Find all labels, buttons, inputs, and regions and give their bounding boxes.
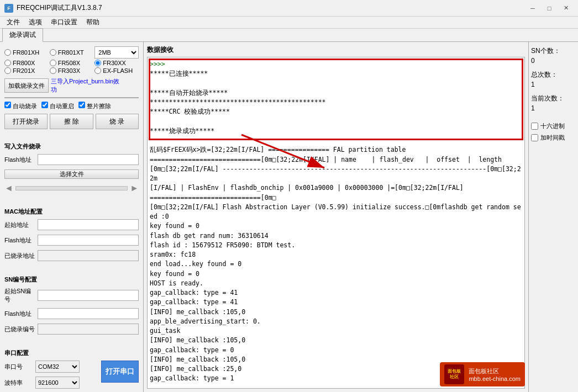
- burn-buttons: 打开烧录 擦 除 烧 录: [4, 114, 139, 129]
- radio-fr801xh[interactable]: [4, 49, 11, 56]
- terminal-line-21: HOST is ready.: [150, 279, 522, 288]
- terminal-line-15: key found = 0: [150, 221, 522, 231]
- total-label: 总次数：: [531, 70, 576, 80]
- display-options: 十六进制 加时间戳: [531, 122, 576, 142]
- open-burn-button[interactable]: 打开烧录: [4, 114, 48, 129]
- terminal-line-27: [INFO] me_callback :105,0: [150, 336, 522, 345]
- menu-serial[interactable]: 串口设置: [46, 17, 82, 28]
- mac-burned-label: 已烧录地址: [4, 252, 35, 260]
- menu-options[interactable]: 选项: [24, 17, 46, 28]
- hex-checkbox[interactable]: [531, 123, 538, 130]
- autoburn-checkbox[interactable]: [4, 102, 11, 108]
- terminal-area[interactable]: >>>> *****已连接***** *****自动开始烧录***** ****…: [147, 57, 525, 389]
- menu-bar: 文件 选项 串口设置 帮助: [0, 17, 578, 29]
- tab-burn-debug[interactable]: 烧录调试: [2, 28, 43, 42]
- window-controls: ─ □ ✕: [525, 3, 574, 14]
- data-recv-label: 数据接收: [147, 45, 525, 55]
- chip-fr303x: FR303X: [50, 67, 94, 74]
- terminal-line-28: gap_callback: type = 0: [150, 346, 522, 355]
- sn-count-label: SN个数：: [531, 46, 576, 56]
- chip-fr801xh: FR801XH: [4, 49, 49, 56]
- menu-file[interactable]: 文件: [2, 17, 24, 28]
- terminal-line-14: [0m□[32;22m[I/FAL] Flash Abstraction Lay…: [150, 203, 522, 222]
- chip-fr201x-label: FR201X: [13, 67, 35, 74]
- close-button[interactable]: ✕: [558, 3, 574, 14]
- terminal-line-23: gap_callback: type = 41: [150, 298, 522, 307]
- timestamp-checkbox[interactable]: [531, 134, 538, 141]
- radio-fr801xt[interactable]: [50, 49, 56, 56]
- title-bar-left: F FREQCHIP调试工具V1.3.8.7: [4, 3, 102, 13]
- select-file-button[interactable]: 选择文件: [4, 169, 139, 179]
- sn-start-row: 起始SN编号 123456789ABCDEF0: [4, 287, 139, 304]
- radio-fr201x[interactable]: [4, 67, 11, 74]
- maximize-button[interactable]: □: [542, 3, 557, 14]
- left-panel: FR801XH FR801XT 2MB 4MB FR800X FR508X FR…: [0, 42, 144, 392]
- terminal-line-17: flash id : 15679512 FR5090: BTDM test.: [150, 241, 522, 250]
- terminal-line-22: gap_callback: type = 41: [150, 288, 522, 298]
- chip-fr30xx-label: FR30XX: [103, 60, 126, 66]
- sn-section-title: SN编号配置: [4, 276, 139, 284]
- radio-exflash[interactable]: [94, 67, 101, 74]
- timestamp-option[interactable]: 加时间戳: [531, 134, 576, 142]
- sn-flash-row: Flash地址 0x61000: [4, 308, 139, 319]
- scroll-right-icon[interactable]: ►: [130, 183, 139, 193]
- fullerase-checkbox[interactable]: [78, 102, 85, 108]
- sn-burned-label: 已烧录编号: [4, 325, 35, 333]
- com-port-row: 串口号 COM32: [4, 361, 99, 373]
- terminal-line-3: *****自动开始烧录*****: [150, 88, 522, 98]
- flash-addr-input[interactable]: 0x50000: [38, 154, 139, 165]
- chip-fr201x: FR201X: [4, 67, 49, 74]
- chip-size-select[interactable]: 2MB 4MB: [94, 46, 139, 59]
- autoburn-checkbox-label[interactable]: 自动烧录: [4, 102, 37, 110]
- mac-flash-input[interactable]: 0x60000: [38, 235, 139, 246]
- sn-flash-input[interactable]: 0x61000: [38, 308, 139, 319]
- open-port-button[interactable]: 打开串口: [101, 361, 139, 383]
- terminal-line-13: =============================[0m□: [150, 193, 522, 203]
- options-checkboxes: 自动烧录 自动重启 整片擦除: [4, 102, 139, 110]
- radio-fr303x[interactable]: [50, 67, 56, 74]
- import-btn[interactable]: 三导入Project_burn.bin效功: [51, 77, 119, 94]
- sn-flash-label: Flash地址: [4, 310, 35, 318]
- main-content: FR801XH FR801XT 2MB 4MB FR800X FR508X FR…: [0, 42, 578, 392]
- scroll-indicator: ◄ ►: [4, 183, 139, 193]
- erase-button[interactable]: 擦 除: [50, 114, 93, 129]
- menu-help[interactable]: 帮助: [82, 17, 104, 28]
- title-bar: F FREQCHIP调试工具V1.3.8.7 ─ □ ✕: [0, 0, 578, 17]
- terminal-line-26: gui_task: [150, 326, 522, 336]
- scroll-left-icon[interactable]: ◄: [4, 183, 13, 193]
- autorestart-checkbox[interactable]: [41, 102, 48, 108]
- chip-fr801xt-label: FR801XT: [58, 49, 84, 56]
- terminal-line-11: [0m□[32;22m[I/FAL] ---------------------…: [150, 165, 522, 184]
- minimize-button[interactable]: ─: [525, 3, 540, 14]
- radio-fr508x[interactable]: [50, 60, 56, 66]
- chip-exflash: EX-FLASH: [94, 67, 139, 74]
- chip-fr30xx: FR30XX: [94, 60, 139, 66]
- sn-start-input[interactable]: 123456789ABCDEF0: [38, 290, 139, 301]
- terminal-line-1: *****已连接*****: [150, 69, 522, 78]
- com-port-select[interactable]: COM32: [35, 361, 80, 373]
- load-file-row: 加载烧录文件 三导入Project_burn.bin效功: [4, 77, 139, 94]
- chip-fr800x-label: FR800X: [13, 60, 35, 66]
- terminal-line-24: [INFO] me_callback :105,0: [150, 308, 522, 317]
- mac-start-addr-row: 起始地址 C0:12:12:12:12:12: [4, 219, 139, 230]
- radio-fr800x[interactable]: [4, 60, 11, 66]
- watermark-line1: 面包板社区: [469, 367, 521, 375]
- baud-rate-select[interactable]: 921600: [35, 377, 80, 389]
- mac-section-title: MAC地址配置: [4, 208, 139, 216]
- com-port-label: 串口号: [4, 363, 33, 371]
- terminal-line-7: *****烧录成功*****: [150, 126, 522, 136]
- fullerase-checkbox-label[interactable]: 整片擦除: [78, 102, 111, 110]
- autorestart-checkbox-label[interactable]: 自动重启: [41, 102, 74, 110]
- watermark-text: 面包板社区 mbb.eet-china.com: [469, 367, 521, 382]
- terminal-line-6: [150, 117, 522, 126]
- load-file-button[interactable]: 加载烧录文件: [4, 78, 49, 93]
- hex-option[interactable]: 十六进制: [531, 122, 576, 130]
- right-panel: 数据接收 >>>> *****已连接***** *****自动开始烧录*****…: [144, 42, 528, 392]
- radio-fr30xx[interactable]: [94, 60, 101, 66]
- timestamp-label: 加时间戳: [540, 134, 565, 142]
- mac-start-input[interactable]: C0:12:12:12:12:12: [38, 219, 139, 230]
- burn-button[interactable]: 烧 录: [96, 114, 139, 129]
- progress-bar: [4, 97, 139, 98]
- mac-burned-input: [38, 250, 139, 261]
- mac-start-label: 起始地址: [4, 221, 35, 229]
